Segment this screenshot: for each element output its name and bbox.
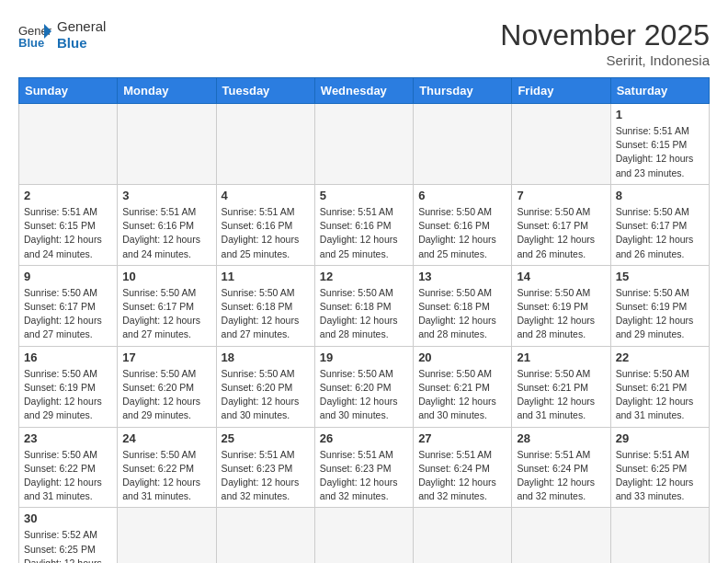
calendar-day-cell — [610, 508, 709, 563]
day-number: 20 — [418, 350, 506, 364]
day-number: 13 — [418, 270, 506, 283]
calendar-day-cell — [512, 508, 610, 563]
calendar-day-header: Friday — [512, 78, 610, 104]
day-info: Sunrise: 5:50 AM Sunset: 6:22 PM Dayligh… — [122, 448, 210, 504]
calendar-table: SundayMondayTuesdayWednesdayThursdayFrid… — [18, 77, 710, 563]
calendar-day-cell: 16Sunrise: 5:50 AM Sunset: 6:19 PM Dayli… — [19, 346, 118, 427]
day-number: 3 — [122, 189, 210, 202]
day-number: 10 — [122, 270, 210, 283]
logo-general-text: General — [57, 18, 106, 35]
day-info: Sunrise: 5:51 AM Sunset: 6:24 PM Dayligh… — [418, 448, 506, 504]
day-number: 23 — [24, 431, 112, 445]
logo: General Blue General Blue — [18, 18, 106, 52]
calendar-day-cell — [314, 104, 413, 185]
calendar-day-cell: 24Sunrise: 5:50 AM Sunset: 6:22 PM Dayli… — [118, 427, 216, 508]
calendar-week-row: 2Sunrise: 5:51 AM Sunset: 6:15 PM Daylig… — [19, 184, 710, 265]
day-info: Sunrise: 5:50 AM Sunset: 6:21 PM Dayligh… — [616, 367, 704, 423]
day-info: Sunrise: 5:50 AM Sunset: 6:17 PM Dayligh… — [517, 205, 605, 261]
calendar-day-cell: 11Sunrise: 5:50 AM Sunset: 6:18 PM Dayli… — [216, 265, 314, 346]
day-number: 9 — [24, 270, 112, 283]
calendar-week-row: 23Sunrise: 5:50 AM Sunset: 6:22 PM Dayli… — [19, 427, 710, 508]
day-number: 6 — [418, 189, 506, 202]
day-info: Sunrise: 5:50 AM Sunset: 6:20 PM Dayligh… — [320, 367, 408, 423]
calendar-day-cell: 2Sunrise: 5:51 AM Sunset: 6:15 PM Daylig… — [19, 184, 118, 265]
day-info: Sunrise: 5:51 AM Sunset: 6:24 PM Dayligh… — [517, 448, 605, 504]
calendar-day-header: Thursday — [414, 78, 512, 104]
calendar-day-cell: 4Sunrise: 5:51 AM Sunset: 6:16 PM Daylig… — [216, 184, 314, 265]
day-number: 2 — [24, 189, 112, 202]
calendar-day-cell: 23Sunrise: 5:50 AM Sunset: 6:22 PM Dayli… — [19, 427, 118, 508]
calendar-day-cell: 10Sunrise: 5:50 AM Sunset: 6:17 PM Dayli… — [118, 265, 216, 346]
day-info: Sunrise: 5:51 AM Sunset: 6:16 PM Dayligh… — [122, 205, 210, 261]
calendar-day-cell: 6Sunrise: 5:50 AM Sunset: 6:16 PM Daylig… — [414, 184, 512, 265]
calendar-week-row: 9Sunrise: 5:50 AM Sunset: 6:17 PM Daylig… — [19, 265, 710, 346]
day-number: 21 — [517, 350, 605, 364]
location-subtitle: Seririt, Indonesia — [500, 52, 710, 68]
day-info: Sunrise: 5:52 AM Sunset: 6:25 PM Dayligh… — [24, 528, 112, 563]
calendar-day-cell: 27Sunrise: 5:51 AM Sunset: 6:24 PM Dayli… — [414, 427, 512, 508]
day-number: 28 — [517, 431, 605, 445]
calendar-day-cell — [512, 104, 610, 185]
day-info: Sunrise: 5:50 AM Sunset: 6:17 PM Dayligh… — [616, 205, 704, 261]
day-info: Sunrise: 5:50 AM Sunset: 6:17 PM Dayligh… — [122, 286, 210, 342]
day-info: Sunrise: 5:51 AM Sunset: 6:23 PM Dayligh… — [320, 448, 408, 504]
month-title: November 2025 — [500, 18, 710, 52]
svg-text:Blue: Blue — [18, 36, 44, 48]
logo-icon: General Blue — [18, 22, 51, 48]
day-info: Sunrise: 5:50 AM Sunset: 6:21 PM Dayligh… — [418, 367, 506, 423]
day-number: 1 — [616, 108, 704, 121]
calendar-day-cell: 7Sunrise: 5:50 AM Sunset: 6:17 PM Daylig… — [512, 184, 610, 265]
calendar-day-cell — [216, 104, 314, 185]
calendar-day-cell — [414, 508, 512, 563]
calendar-day-header: Sunday — [19, 78, 118, 104]
calendar-day-cell: 9Sunrise: 5:50 AM Sunset: 6:17 PM Daylig… — [19, 265, 118, 346]
calendar-week-row: 1Sunrise: 5:51 AM Sunset: 6:15 PM Daylig… — [19, 104, 710, 185]
calendar-day-cell — [414, 104, 512, 185]
day-info: Sunrise: 5:50 AM Sunset: 6:19 PM Dayligh… — [517, 286, 605, 342]
day-number: 27 — [418, 431, 506, 445]
calendar-day-cell: 19Sunrise: 5:50 AM Sunset: 6:20 PM Dayli… — [314, 346, 413, 427]
calendar-day-cell: 3Sunrise: 5:51 AM Sunset: 6:16 PM Daylig… — [118, 184, 216, 265]
calendar-day-cell: 29Sunrise: 5:51 AM Sunset: 6:25 PM Dayli… — [610, 427, 709, 508]
day-number: 18 — [222, 350, 310, 364]
day-number: 14 — [517, 270, 605, 283]
day-number: 26 — [320, 431, 408, 445]
day-info: Sunrise: 5:50 AM Sunset: 6:18 PM Dayligh… — [418, 286, 506, 342]
calendar-day-cell — [118, 104, 216, 185]
day-info: Sunrise: 5:51 AM Sunset: 6:25 PM Dayligh… — [616, 448, 704, 504]
calendar-day-cell: 17Sunrise: 5:50 AM Sunset: 6:20 PM Dayli… — [118, 346, 216, 427]
calendar-day-cell: 26Sunrise: 5:51 AM Sunset: 6:23 PM Dayli… — [314, 427, 413, 508]
day-info: Sunrise: 5:50 AM Sunset: 6:17 PM Dayligh… — [24, 286, 112, 342]
calendar-day-cell: 15Sunrise: 5:50 AM Sunset: 6:19 PM Dayli… — [610, 265, 709, 346]
day-info: Sunrise: 5:50 AM Sunset: 6:20 PM Dayligh… — [122, 367, 210, 423]
day-number: 7 — [517, 189, 605, 202]
page-header: General Blue General Blue November 2025 … — [18, 18, 710, 68]
day-number: 8 — [616, 189, 704, 202]
calendar-week-row: 16Sunrise: 5:50 AM Sunset: 6:19 PM Dayli… — [19, 346, 710, 427]
calendar-day-cell: 13Sunrise: 5:50 AM Sunset: 6:18 PM Dayli… — [414, 265, 512, 346]
logo-blue-text: Blue — [57, 35, 106, 52]
day-info: Sunrise: 5:51 AM Sunset: 6:15 PM Dayligh… — [24, 205, 112, 261]
calendar-day-cell: 14Sunrise: 5:50 AM Sunset: 6:19 PM Dayli… — [512, 265, 610, 346]
calendar-day-cell — [19, 104, 118, 185]
calendar-day-cell: 22Sunrise: 5:50 AM Sunset: 6:21 PM Dayli… — [610, 346, 709, 427]
day-info: Sunrise: 5:50 AM Sunset: 6:18 PM Dayligh… — [320, 286, 408, 342]
day-number: 15 — [616, 270, 704, 283]
calendar-day-header: Wednesday — [314, 78, 413, 104]
calendar-day-cell: 18Sunrise: 5:50 AM Sunset: 6:20 PM Dayli… — [216, 346, 314, 427]
title-block: November 2025 Seririt, Indonesia — [500, 18, 710, 68]
calendar-day-cell: 5Sunrise: 5:51 AM Sunset: 6:16 PM Daylig… — [314, 184, 413, 265]
day-number: 11 — [222, 270, 310, 283]
day-info: Sunrise: 5:50 AM Sunset: 6:18 PM Dayligh… — [222, 286, 310, 342]
day-number: 4 — [222, 189, 310, 202]
calendar-day-cell — [314, 508, 413, 563]
calendar-week-row: 30Sunrise: 5:52 AM Sunset: 6:25 PM Dayli… — [19, 508, 710, 563]
day-info: Sunrise: 5:50 AM Sunset: 6:16 PM Dayligh… — [418, 205, 506, 261]
calendar-day-cell: 25Sunrise: 5:51 AM Sunset: 6:23 PM Dayli… — [216, 427, 314, 508]
calendar-day-header: Tuesday — [216, 78, 314, 104]
day-number: 24 — [122, 431, 210, 445]
day-number: 22 — [616, 350, 704, 364]
calendar-day-cell: 1Sunrise: 5:51 AM Sunset: 6:15 PM Daylig… — [610, 104, 709, 185]
calendar-day-cell: 20Sunrise: 5:50 AM Sunset: 6:21 PM Dayli… — [414, 346, 512, 427]
day-info: Sunrise: 5:51 AM Sunset: 6:15 PM Dayligh… — [616, 124, 704, 180]
